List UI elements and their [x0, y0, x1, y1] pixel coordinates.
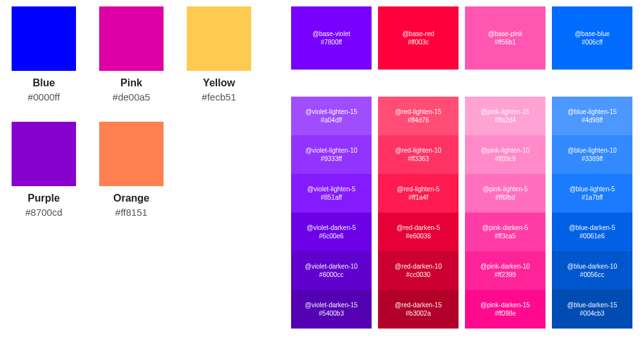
color-hex-value: #ff098e	[495, 309, 516, 318]
color-hex-value: #ff1a4f	[408, 193, 428, 202]
shade-tile: @pink-darken-5#ff3ca5	[465, 213, 545, 251]
color-variable-name: @blue-lighten-5	[569, 185, 615, 193]
color-hex-value: #4d98ff	[582, 116, 603, 124]
shade-tile: @violet-darken-5#6c00e6	[291, 213, 372, 251]
color-variable-name: @base-pink	[488, 30, 523, 38]
swatch-hex: #0000ff	[12, 91, 76, 102]
color-hex-value: #ff3363	[408, 155, 429, 163]
shade-tile: @violet-lighten-10#9333ff	[291, 135, 372, 174]
swatch-box	[12, 122, 76, 186]
shade-tile: @violet-darken-15#5400b3	[291, 290, 372, 329]
color-variable-name: @violet-darken-10	[305, 262, 358, 271]
shade-columns-row: @violet-lighten-15#a04dff@violet-lighten…	[291, 97, 632, 329]
shade-tile: @red-lighten-15#ff4d76	[378, 97, 459, 135]
shade-tile: @red-lighten-10#ff3363	[378, 135, 459, 174]
right-palette: @base-violet#7800ff@base-red#ff003c@base…	[291, 6, 632, 329]
shade-tile: @pink-darken-15#ff098e	[465, 290, 545, 329]
swatch-box	[12, 6, 76, 71]
shade-tile: @blue-darken-5#0061e6	[552, 213, 632, 251]
color-variable-name: @pink-lighten-15	[481, 108, 530, 116]
color-hex-value: #a04dff	[321, 116, 342, 124]
base-tile-red: @base-red#ff003c	[378, 6, 459, 70]
swatch-hex: #ff8151	[99, 207, 164, 218]
color-variable-name: @violet-lighten-15	[305, 108, 357, 116]
swatch-orange: Orange#ff8151	[99, 122, 164, 218]
color-hex-value: #ff4d76	[408, 116, 429, 124]
color-hex-value: #b3002a	[406, 309, 431, 318]
color-hex-value: #cc0030	[406, 271, 431, 279]
swatch-name: Blue	[12, 77, 76, 89]
shade-column-red: @red-lighten-15#ff4d76@red-lighten-10#ff…	[378, 97, 459, 329]
swatch-box	[99, 6, 164, 71]
base-colors-row: @base-violet#7800ff@base-red#ff003c@base…	[291, 6, 632, 70]
color-hex-value: #3389ff	[582, 155, 603, 163]
color-variable-name: @blue-lighten-10	[567, 146, 616, 155]
color-hex-value: #7800ff	[321, 38, 342, 46]
shade-tile: @pink-lighten-15#ffa2d4	[465, 97, 545, 135]
color-variable-name: @blue-darken-15	[567, 301, 617, 309]
color-variable-name: @base-blue	[574, 30, 609, 38]
color-variable-name: @red-lighten-5	[397, 185, 439, 193]
color-hex-value: #ff56b1	[495, 38, 516, 46]
swatch-blue: Blue#0000ff	[12, 6, 76, 102]
color-hex-value: #0061e6	[580, 232, 605, 240]
color-variable-name: @violet-lighten-5	[307, 185, 355, 193]
swatch-purple: Purple#8700cd	[12, 122, 76, 218]
swatch-name: Yellow	[187, 77, 251, 89]
swatch-box	[187, 6, 251, 71]
shade-column-violet: @violet-lighten-15#a04dff@violet-lighten…	[291, 97, 372, 329]
color-hex-value: #ff89c9	[495, 155, 516, 163]
shade-column-pink: @pink-lighten-15#ffa2d4@pink-lighten-10#…	[465, 97, 545, 329]
shade-column-blue: @blue-lighten-15#4d98ff@blue-lighten-10#…	[552, 97, 632, 329]
swatch-name: Purple	[12, 193, 76, 204]
color-variable-name: @pink-lighten-5	[482, 185, 527, 193]
color-hex-value: #9333ff	[321, 155, 342, 163]
color-variable-name: @blue-lighten-15	[567, 108, 616, 116]
base-tile-blue: @base-blue#006cff	[552, 6, 632, 70]
shade-tile: @blue-lighten-5#1a7bff	[552, 174, 632, 213]
color-variable-name: @violet-lighten-10	[305, 146, 357, 155]
color-variable-name: @base-violet	[312, 30, 350, 38]
color-variable-name: @blue-darken-5	[569, 224, 616, 232]
color-hex-value: #006cff	[582, 38, 603, 46]
shade-tile: @blue-lighten-10#3389ff	[552, 135, 632, 174]
shade-tile: @violet-darken-10#6000cc	[291, 251, 372, 290]
swatch-pink: Pink#de00a5	[99, 6, 164, 102]
swatch-yellow: Yellow#fecb51	[187, 6, 251, 102]
color-variable-name: @blue-darken-10	[567, 262, 617, 271]
shade-tile: @violet-lighten-5#851aff	[291, 174, 372, 213]
shade-tile: @red-darken-5#e60036	[378, 213, 459, 251]
color-variable-name: @red-lighten-10	[395, 146, 442, 155]
color-hex-value: #5400b3	[319, 309, 344, 318]
color-variable-name: @pink-lighten-10	[481, 146, 530, 155]
left-palette: Blue#0000ffPink#de00a5Yellow#fecb51Purpl…	[12, 6, 265, 329]
shade-tile: @violet-lighten-15#a04dff	[291, 97, 372, 135]
color-hex-value: #6c00e6	[319, 232, 343, 240]
color-variable-name: @pink-darken-10	[480, 262, 530, 271]
swatch-hex: #fecb51	[187, 91, 251, 102]
color-hex-value: #004cb3	[580, 309, 604, 318]
shade-tile: @blue-darken-15#004cb3	[552, 290, 632, 329]
swatch-name: Pink	[99, 77, 164, 89]
color-hex-value: #e60036	[406, 232, 431, 240]
color-variable-name: @red-lighten-15	[395, 108, 442, 116]
shade-tile: @red-darken-15#b3002a	[378, 290, 459, 329]
color-variable-name: @pink-darken-5	[482, 224, 528, 232]
shade-tile: @blue-darken-10#0056cc	[552, 251, 632, 290]
shade-tile: @blue-lighten-15#4d98ff	[552, 97, 632, 135]
color-hex-value: #ff6fbd	[495, 193, 515, 202]
base-tile-violet: @base-violet#7800ff	[291, 6, 372, 70]
swatch-box	[99, 122, 164, 186]
color-hex-value: #0056cc	[580, 271, 605, 279]
shade-tile: @pink-lighten-10#ff89c9	[465, 135, 545, 174]
color-variable-name: @red-darken-5	[397, 224, 440, 232]
swatch-name: Orange	[99, 193, 164, 204]
color-hex-value: #ffa2d4	[495, 116, 516, 124]
color-hex-value: #ff003c	[408, 38, 429, 46]
color-variable-name: @red-darken-10	[395, 262, 442, 271]
color-hex-value: #6000cc	[319, 271, 344, 279]
color-reference-page: Blue#0000ffPink#de00a5Yellow#fecb51Purpl…	[0, 0, 644, 335]
color-hex-value: #851aff	[321, 193, 342, 202]
swatch-hex: #de00a5	[99, 91, 164, 102]
shade-tile: @pink-darken-10#ff2399	[465, 251, 545, 290]
